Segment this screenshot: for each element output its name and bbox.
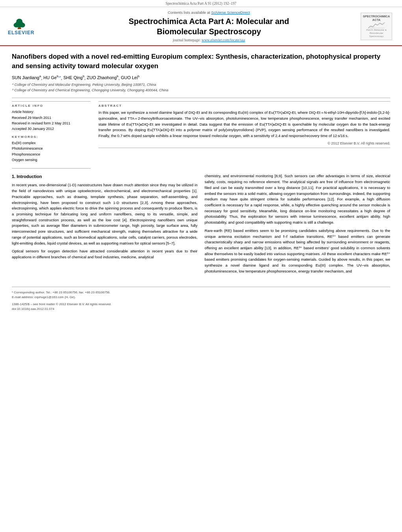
copyright-line: © 2012 Elsevier B.V. All rights reserved… [98, 141, 390, 145]
received-date: Received 29 March 2011 [12, 115, 91, 120]
logo-title-text: SPECTROCHIMICAACTA [363, 15, 390, 22]
keyword-4: Oxygen sensing [12, 157, 91, 163]
affiliation-a: ᵃ College of Chemistry and Molecular Eng… [12, 82, 390, 88]
affiliation-b: ᵇ College of Chemistry and Chemical Engi… [12, 88, 390, 93]
intro-section-title: 1. Introduction [12, 173, 198, 180]
top-reference-bar: Spectrochimica Acta Part A 91 (2012) 192… [0, 0, 402, 7]
svg-rect-5 [18, 27, 21, 29]
elsevier-tree-icon [8, 17, 31, 29]
body-left-column: 1. Introduction In recent years, one-dim… [12, 173, 198, 276]
journal-header: ELSEVIER Contents lists available at Sci… [0, 7, 402, 46]
accepted-date: Accepted 30 January 2012 [12, 126, 91, 132]
svg-point-4 [16, 19, 22, 24]
footer-rule [12, 287, 390, 289]
affiliations: ᵃ College of Chemistry and Molecular Eng… [12, 82, 390, 93]
author-hu: HU Geb,* [43, 75, 61, 80]
body-right-column: chemistry, and environmental monitoring … [205, 173, 391, 276]
author-guo: GUO Leib [121, 75, 139, 80]
keyword-3: Phosphorescence [12, 152, 91, 157]
intro-para-4: Rare-earth (RE) based emitters seem to b… [205, 228, 391, 274]
abstract-box: ABSTRACT In this paper, we synthesize a … [98, 101, 390, 148]
email-note: E-mail address: cquhuge1@163.com (H. Ge)… [12, 295, 390, 300]
doi-line: doi:10.1016/j.saa.2012.01.074 [12, 307, 390, 311]
intro-para-1: In recent years, one-dimensional (1-D) n… [12, 182, 198, 246]
footer-area: * Corresponding author. Tel.: +86 23 651… [0, 290, 402, 311]
revised-date: Received in revised form 2 May 2011 [12, 120, 91, 126]
authors-line: SUN Jianlianga, HU Geb,*, SHE Qingb, ZUO… [12, 75, 390, 80]
history-header: Article history: [12, 109, 91, 115]
abstract-text: In this paper, we synthesize a novel dia… [98, 110, 390, 139]
article-info-header: ARTICLE INFO [12, 104, 91, 108]
sciverse-link[interactable]: SciVerse ScienceDirect [211, 10, 250, 15]
keyword-2: Photoluminescence [12, 146, 91, 151]
author-zuo: ZUO Zhaohongb [87, 75, 118, 80]
page: Spectrochimica Acta Part A 91 (2012) 192… [0, 0, 402, 532]
elsevier-brand-label: ELSEVIER [8, 30, 34, 35]
keywords-section: Keywords: Eu(III) complex Photoluminesce… [12, 135, 91, 163]
logo-subtitle: Part A: Molecular &Biomolecular Spectros… [363, 29, 390, 38]
journal-logo-area: SPECTROCHIMICAACTA Part A: Molecular &Bi… [359, 13, 394, 40]
abstract-column: ABSTRACT In this paper, we synthesize a … [98, 101, 390, 169]
article-history-content: Article history: Received 29 March 2011 … [12, 109, 91, 132]
keywords-content: Eu(III) complex Photoluminescence Phosph… [12, 140, 91, 163]
keywords-header: Keywords: [12, 135, 91, 139]
issn-line: 1386-1425/$ – see front matter © 2012 El… [12, 302, 390, 307]
author-sun: SUN Jianlianga [12, 75, 41, 80]
abstract-header: ABSTRACT [98, 104, 390, 108]
journal-title: Spectrochimica Acta Part A: Molecular an… [63, 16, 355, 37]
body-columns: 1. Introduction In recent years, one-dim… [12, 173, 390, 276]
journal-homepage: journal homepage: www.elsevier.com/locat… [63, 38, 355, 42]
intro-para-2: Optical sensors for oxygen detection hav… [12, 248, 198, 260]
intro-para-3: chemistry, and environmental monitoring … [205, 173, 391, 225]
contents-list-text: Contents lists available at [168, 10, 211, 15]
elsevier-logo-area: ELSEVIER [8, 17, 59, 35]
journal-reference: Spectrochimica Acta Part A 91 (2012) 192… [166, 2, 237, 6]
article-history-section: ARTICLE INFO Article history: Received 2… [12, 104, 91, 132]
homepage-link[interactable]: www.elsevier.com/locate/saa [202, 38, 245, 42]
corresponding-author-link[interactable]: * [59, 75, 61, 80]
logo-chart-icon [365, 22, 388, 29]
journal-logo-box: SPECTROCHIMICAACTA Part A: Molecular &Bi… [361, 13, 392, 40]
keyword-1: Eu(III) complex [12, 140, 91, 146]
article-title: Nanofibers doped with a novel red-emitti… [12, 52, 390, 71]
article-info-box: ARTICLE INFO Article history: Received 2… [12, 101, 91, 169]
author-she: SHE Qingb [63, 75, 84, 80]
article-content: Nanofibers doped with a novel red-emitti… [0, 46, 402, 283]
journal-title-area: Contents lists available at SciVerse Sci… [59, 10, 359, 42]
article-info-column: ARTICLE INFO Article history: Received 2… [12, 101, 91, 169]
corresponding-author-note: * Corresponding author. Tel.: +86 23 651… [12, 290, 390, 295]
info-abstract-row: ARTICLE INFO Article history: Received 2… [12, 101, 390, 169]
